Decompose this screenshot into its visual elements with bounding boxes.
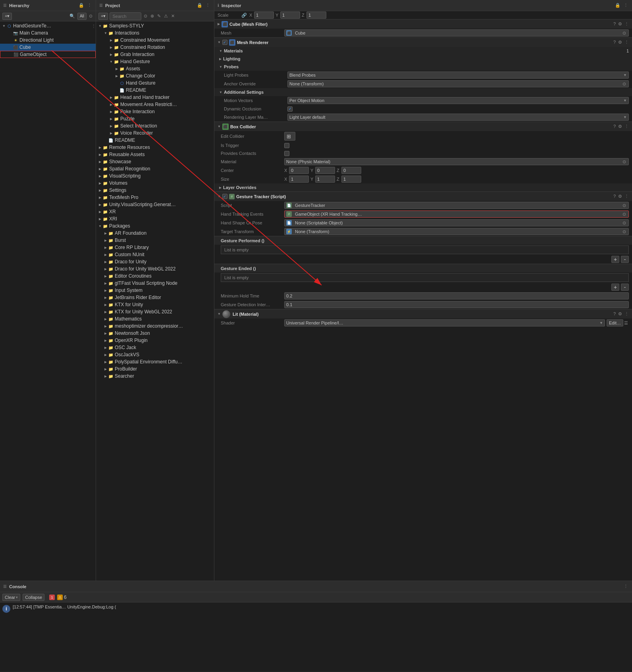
mesh-filter-settings-icon[interactable]: ⚙ (618, 21, 622, 27)
project-item-draco[interactable]: 📁 Draco for Unity (96, 258, 214, 265)
project-item-jetbrains[interactable]: 📁 JetBrains Rider Editor (96, 294, 214, 301)
project-item-searcher[interactable]: 📁 Searcher (96, 373, 214, 380)
project-item-readme[interactable]: 📄 README (96, 87, 214, 94)
size-x-input[interactable] (289, 176, 309, 183)
mesh-filter-header[interactable]: ▶ ⬛ Cube (Mesh Filter) ? ⚙ ⋮ (214, 19, 632, 29)
hierarchy-scene-icon[interactable]: ⊙ (88, 13, 93, 19)
project-item-polyspatial[interactable]: 📁 PolySpatial Environment Diffu… (96, 358, 214, 365)
project-icon5[interactable]: ✕ (170, 13, 175, 19)
project-item-assets[interactable]: 📁 Assets (96, 65, 214, 72)
hierarchy-item-gameobject[interactable]: ⬛ GameObject (0, 51, 96, 58)
additional-settings-foldout[interactable]: ▼ Additional Settings (214, 88, 632, 96)
materials-foldout[interactable]: ▼ Materials 1 (214, 47, 632, 55)
project-icon2[interactable]: ⊕ (150, 13, 155, 19)
hierarchy-lock-icon[interactable]: 🔒 (78, 2, 85, 8)
project-item-settings[interactable]: 📁 Settings (96, 187, 214, 194)
anchor-override-field[interactable]: None (Transform) ⊙ (287, 80, 629, 87)
mesh-value-field[interactable]: ⬛ Cube ⊙ (284, 29, 629, 37)
project-item-newtonsoft[interactable]: 📁 Newtonsoft Json (96, 330, 214, 337)
project-item-draco-webgl[interactable]: 📁 Draco for Unity WebGL 2022 (96, 265, 214, 272)
center-y-input[interactable] (315, 167, 335, 174)
project-item-osc-jack[interactable]: 📁 OSC Jack (96, 344, 214, 351)
project-item-meshoptimizer[interactable]: 📁 meshoptimizer decompressior… (96, 322, 214, 330)
project-item-ktx-webgl[interactable]: 📁 KTX for Unity WebGL 2022 (96, 308, 214, 315)
lighting-foldout[interactable]: ▶ Lighting (214, 55, 632, 63)
script-dot-icon[interactable]: ⊙ (621, 203, 627, 208)
project-item-probuilder[interactable]: 📁 ProBuilder (96, 365, 214, 373)
project-item-oscjackvs[interactable]: 📁 OscJackVS (96, 351, 214, 358)
hierarchy-item-maincamera[interactable]: 📷 Main Camera (0, 29, 96, 37)
hand-tracking-field[interactable]: # GameObject (XR Hand Tracking… ⊙ (284, 210, 629, 218)
console-clear-btn[interactable]: Clear ▾ (2, 594, 20, 601)
hierarchy-search-icon[interactable]: 🔍 (69, 13, 76, 19)
gesture-tracker-header[interactable]: ▼ ✓ # Gesture Tracker (Script) ? ⚙ ⋮ (214, 191, 632, 201)
gesture-tracker-settings-icon[interactable]: ⚙ (618, 194, 622, 199)
gesture-tracker-menu-icon[interactable]: ⋮ (624, 194, 629, 199)
project-item-voice[interactable]: 📁 Voice Recorder (96, 129, 214, 137)
gesture-performed-remove-btn[interactable]: - (621, 256, 629, 263)
project-lock-icon[interactable]: 🔒 (196, 2, 203, 8)
hierarchy-menu-icon[interactable]: ⋮ (87, 2, 92, 8)
target-transform-dot-icon[interactable]: ⊙ (621, 229, 627, 234)
mesh-filter-help-icon[interactable]: ? (613, 21, 616, 27)
project-item-movement-area[interactable]: 📁 Movement Area Restricti… (96, 101, 214, 108)
project-item-interactions[interactable]: 📁 Interactions (96, 29, 214, 37)
project-item-editor-coroutines[interactable]: 📁 Editor Coroutines (96, 272, 214, 280)
project-item-textmesh[interactable]: 📁 TextMesh Pro (96, 194, 214, 201)
box-collider-settings-icon[interactable]: ⚙ (618, 124, 622, 129)
shader-edit-btn[interactable]: Edit… (607, 319, 623, 326)
project-item-xri[interactable]: 📁 XRI (96, 215, 214, 222)
project-item-spatial[interactable]: 📁 Spatial Recognition (96, 165, 214, 172)
console-menu-icon[interactable]: ⋮ (623, 583, 629, 589)
inspector-menu-icon[interactable]: ⋮ (623, 2, 629, 8)
lit-material-help-icon[interactable]: ? (613, 311, 616, 317)
hierarchy-item-cube[interactable]: ⬛ Cube (0, 44, 96, 51)
scale-z-input[interactable] (306, 12, 326, 19)
shader-dropdown[interactable]: Universal Render Pipeline/l… ▼ (284, 319, 605, 326)
box-collider-header[interactable]: ▼ ⬛ Box Collider ? ⚙ ⋮ (214, 122, 632, 131)
project-item-constrained-movement[interactable]: 📁 Constrained Movement (96, 37, 214, 44)
hand-tracking-dot-icon[interactable]: ⊙ (621, 211, 627, 217)
inspector-lock-icon[interactable]: 🔒 (614, 2, 621, 8)
gesture-tracker-enabled[interactable]: ✓ (222, 194, 227, 199)
hierarchy-add-btn[interactable]: +▾ (2, 13, 12, 20)
project-item-hand-gesture[interactable]: 📁 Hand Gesture (96, 58, 214, 65)
hand-shape-field[interactable]: 📄 None (Scriptable Object) ⊙ (284, 219, 629, 226)
scale-x-input[interactable] (254, 12, 274, 19)
light-probes-dropdown[interactable]: Blend Probes ▼ (287, 71, 629, 79)
project-item-visualscripting[interactable]: 📁 VisualScripting (96, 172, 214, 180)
project-item-readme2[interactable]: 📄 README (96, 137, 214, 144)
project-icon4[interactable]: ⚠ (163, 13, 169, 19)
project-item-openxr[interactable]: 📁 OpenXR Plugin (96, 337, 214, 344)
mesh-renderer-menu-icon[interactable]: ⋮ (624, 40, 629, 45)
gesture-ended-add-btn[interactable]: + (611, 284, 619, 291)
mesh-renderer-header[interactable]: ▼ ✓ ⬛ Mesh Renderer ? ⚙ ⋮ (214, 37, 632, 47)
mesh-renderer-enabled[interactable]: ✓ (222, 40, 227, 45)
gesture-performed-add-btn[interactable]: + (611, 256, 619, 263)
mesh-renderer-help-icon[interactable]: ? (613, 40, 616, 45)
console-log-row[interactable]: i [12:57:44] [TMP Essentia… UnityEngine.… (0, 602, 632, 672)
project-item-ktx[interactable]: 📁 KTX for Unity (96, 301, 214, 308)
mesh-dot-icon[interactable]: ⊙ (621, 30, 627, 36)
anchor-override-dot-icon[interactable]: ⊙ (621, 81, 627, 87)
project-item-gltfast[interactable]: 📁 glTFast Visual Scripting Node (96, 280, 214, 287)
hierarchy-item-handgesture[interactable]: ⬡ HandGestureTe… ⋮ (0, 22, 96, 29)
project-item-puzzle[interactable]: 📁 Puzzle (96, 115, 214, 122)
project-item-packages[interactable]: 📁 Packages (96, 222, 214, 230)
project-item-math[interactable]: 📁 Mathematics (96, 315, 214, 322)
layer-overrides-foldout[interactable]: ▶ Layer Overrides (214, 183, 632, 191)
scale-y-input[interactable] (280, 12, 300, 19)
is-trigger-checkbox[interactable] (284, 143, 289, 148)
motion-vectors-dropdown[interactable]: Per Object Motion ▼ (287, 97, 629, 104)
provides-contacts-checkbox[interactable] (284, 151, 289, 156)
gesture-detection-input[interactable] (284, 301, 629, 308)
project-item-burst[interactable]: 📁 Burst (96, 237, 214, 244)
box-collider-menu-icon[interactable]: ⋮ (624, 124, 629, 129)
project-item-change-color[interactable]: 📁 Change Color (96, 72, 214, 79)
project-icon1[interactable]: ⊙ (143, 13, 148, 19)
console-collapse-btn[interactable]: Collapse (23, 594, 44, 601)
size-y-input[interactable] (315, 176, 335, 183)
project-item-remote[interactable]: 📁 Remote Resources (96, 144, 214, 151)
shader-list-icon[interactable]: ☰ (623, 320, 629, 326)
probes-foldout[interactable]: ▼ Probes (214, 63, 632, 71)
